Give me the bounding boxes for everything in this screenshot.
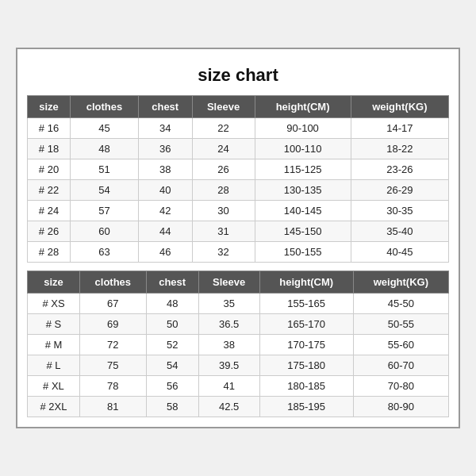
table-row: # 2XL815842.5185-19580-90	[28, 397, 449, 417]
table2-body: # XS674835155-16545-50# S695036.5165-170…	[28, 294, 449, 417]
col-size-2: size	[28, 271, 80, 294]
table-cell: 52	[146, 335, 198, 355]
table-cell: 34	[138, 118, 192, 139]
col-height-2: height(CM)	[259, 271, 353, 294]
table-cell: # 2XL	[28, 397, 80, 417]
table-cell: 36.5	[198, 314, 259, 335]
size-table-2: size clothes chest Sleeve height(CM) wei…	[27, 271, 449, 417]
table-row: # 28634632150-15540-45	[28, 242, 449, 263]
table-cell: 35	[198, 294, 259, 314]
table-row: # 18483624100-11018-22	[28, 139, 449, 159]
table-cell: # 18	[28, 139, 71, 159]
table-cell: 165-170	[259, 314, 353, 335]
table-cell: 38	[198, 335, 259, 355]
table-cell: 145-150	[255, 221, 351, 242]
col-sleeve-1: Sleeve	[192, 96, 255, 118]
table-cell: 44	[138, 221, 192, 242]
table-cell: 24	[192, 139, 255, 159]
table-cell: 51	[71, 159, 139, 180]
table-row: # 24574230140-14530-35	[28, 201, 449, 221]
col-chest-1: chest	[138, 96, 192, 118]
table-cell: 185-195	[259, 397, 353, 417]
table-row: # M725238170-17555-60	[28, 335, 449, 355]
col-clothes-2: clothes	[79, 271, 146, 294]
table-cell: # 28	[28, 242, 71, 263]
table-cell: # L	[28, 355, 80, 376]
table-cell: 38	[138, 159, 192, 180]
table-cell: # 22	[28, 180, 71, 201]
table-cell: 57	[71, 201, 139, 221]
table-cell: # M	[28, 335, 80, 355]
table-cell: 32	[192, 242, 255, 263]
table-row: # L755439.5175-18060-70	[28, 355, 449, 376]
table-cell: 54	[146, 355, 198, 376]
table-cell: # 16	[28, 118, 71, 139]
table-cell: # 20	[28, 159, 71, 180]
chart-title: size chart	[27, 59, 449, 95]
table-cell: # 26	[28, 221, 71, 242]
table-cell: 80-90	[353, 397, 448, 417]
table-cell: 55-60	[353, 335, 448, 355]
col-chest-2: chest	[146, 271, 198, 294]
table-cell: 28	[192, 180, 255, 201]
table-cell: 56	[146, 376, 198, 397]
table-cell: 69	[79, 314, 146, 335]
col-weight-1: weight(KG)	[351, 96, 448, 118]
table-cell: 58	[146, 397, 198, 417]
table-cell: 40	[138, 180, 192, 201]
table-cell: 26-29	[351, 180, 448, 201]
table-cell: 81	[79, 397, 146, 417]
table-cell: 72	[79, 335, 146, 355]
table-row: # XS674835155-16545-50	[28, 294, 449, 314]
table-row: # XL785641180-18570-80	[28, 376, 449, 397]
size-table-1: size clothes chest Sleeve height(CM) wei…	[27, 95, 449, 263]
table-cell: 39.5	[198, 355, 259, 376]
table-cell: 67	[79, 294, 146, 314]
table-cell: # XS	[28, 294, 80, 314]
table-cell: 60-70	[353, 355, 448, 376]
table-cell: # XL	[28, 376, 80, 397]
table-cell: 31	[192, 221, 255, 242]
table-row: # 20513826115-12523-26	[28, 159, 449, 180]
table-cell: 150-155	[255, 242, 351, 263]
col-size-1: size	[28, 96, 71, 118]
table-cell: 18-22	[351, 139, 448, 159]
table-cell: 100-110	[255, 139, 351, 159]
table-row: # 26604431145-15035-40	[28, 221, 449, 242]
table-cell: 35-40	[351, 221, 448, 242]
table-cell: 90-100	[255, 118, 351, 139]
table-row: # S695036.5165-17050-55	[28, 314, 449, 335]
table-cell: 170-175	[259, 335, 353, 355]
table-cell: 175-180	[259, 355, 353, 376]
table-cell: 30-35	[351, 201, 448, 221]
table-cell: 140-145	[255, 201, 351, 221]
col-weight-2: weight(KG)	[353, 271, 448, 294]
table-cell: 42.5	[198, 397, 259, 417]
col-height-1: height(CM)	[255, 96, 351, 118]
table-row: # 22544028130-13526-29	[28, 180, 449, 201]
table-cell: 30	[192, 201, 255, 221]
table-cell: 40-45	[351, 242, 448, 263]
table-cell: 45-50	[353, 294, 448, 314]
table-cell: 48	[146, 294, 198, 314]
table-cell: 41	[198, 376, 259, 397]
table-cell: 46	[138, 242, 192, 263]
table-cell: 60	[71, 221, 139, 242]
table-row: # 1645342290-10014-17	[28, 118, 449, 139]
table2-header: size clothes chest Sleeve height(CM) wei…	[28, 271, 449, 294]
table-cell: 130-135	[255, 180, 351, 201]
table-cell: 50-55	[353, 314, 448, 335]
table1-body: # 1645342290-10014-17# 18483624100-11018…	[28, 118, 449, 263]
table-cell: 14-17	[351, 118, 448, 139]
table-cell: 42	[138, 201, 192, 221]
table-cell: 48	[71, 139, 139, 159]
table-cell: 23-26	[351, 159, 448, 180]
table-cell: 115-125	[255, 159, 351, 180]
table-cell: 50	[146, 314, 198, 335]
table-cell: # 24	[28, 201, 71, 221]
table-cell: 180-185	[259, 376, 353, 397]
table-cell: 22	[192, 118, 255, 139]
table-cell: 70-80	[353, 376, 448, 397]
table-cell: # S	[28, 314, 80, 335]
table-cell: 54	[71, 180, 139, 201]
